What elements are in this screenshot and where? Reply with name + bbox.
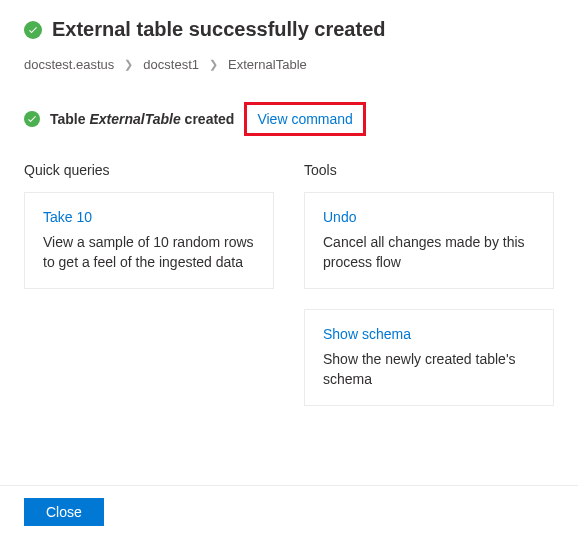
status-text: Table ExternalTable created — [50, 111, 234, 127]
success-icon — [24, 21, 42, 39]
view-command-highlight: View command — [244, 102, 365, 136]
breadcrumb-item[interactable]: ExternalTable — [228, 57, 307, 72]
status-suffix: created — [181, 111, 235, 127]
close-button[interactable]: Close — [24, 498, 104, 526]
page-header: External table successfully created — [0, 0, 578, 49]
card-title: Undo — [323, 209, 535, 225]
card-desc: View a sample of 10 random rows to get a… — [43, 233, 255, 272]
tools-column: Tools Undo Cancel all changes made by th… — [304, 162, 554, 426]
page-title: External table successfully created — [52, 18, 386, 41]
breadcrumb: docstest.eastus ❯ docstest1 ❯ ExternalTa… — [0, 49, 578, 92]
card-desc: Cancel all changes made by this process … — [323, 233, 535, 272]
success-icon — [24, 111, 40, 127]
content-columns: Quick queries Take 10 View a sample of 1… — [0, 146, 578, 426]
tools-heading: Tools — [304, 162, 554, 178]
footer: Close — [0, 485, 578, 538]
chevron-right-icon: ❯ — [124, 58, 133, 71]
tool-card-undo[interactable]: Undo Cancel all changes made by this pro… — [304, 192, 554, 289]
chevron-right-icon: ❯ — [209, 58, 218, 71]
card-title: Take 10 — [43, 209, 255, 225]
status-prefix: Table — [50, 111, 89, 127]
view-command-link[interactable]: View command — [257, 111, 352, 127]
card-desc: Show the newly created table's schema — [323, 350, 535, 389]
tool-card-show-schema[interactable]: Show schema Show the newly created table… — [304, 309, 554, 406]
breadcrumb-item[interactable]: docstest1 — [143, 57, 199, 72]
quick-queries-column: Quick queries Take 10 View a sample of 1… — [24, 162, 274, 426]
quick-queries-heading: Quick queries — [24, 162, 274, 178]
card-title: Show schema — [323, 326, 535, 342]
status-row: Table ExternalTable created View command — [0, 92, 578, 146]
table-name: ExternalTable — [89, 111, 180, 127]
breadcrumb-item[interactable]: docstest.eastus — [24, 57, 114, 72]
quick-query-card-take10[interactable]: Take 10 View a sample of 10 random rows … — [24, 192, 274, 289]
